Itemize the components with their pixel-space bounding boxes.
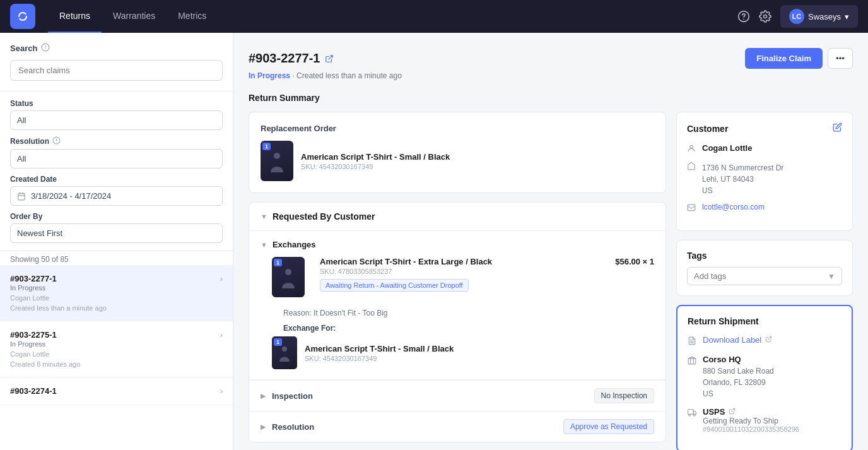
- inspection-chevron-icon: ▶: [261, 392, 266, 400]
- replacement-product-name: American Script T-Shirt - Small / Black: [301, 152, 450, 162]
- exchange-for-product-name: American Script T-Shirt - Small / Black: [305, 344, 454, 353]
- tracking-number: #940010011032200335358296: [703, 425, 842, 433]
- claim-status-badge: In Progress: [249, 71, 290, 80]
- tags-panel: Tags ▼: [676, 240, 853, 296]
- claim-item[interactable]: #903-2274-1 ›: [0, 377, 233, 405]
- nav-warranties[interactable]: Warranties: [102, 0, 167, 33]
- carrier-external-icon: [729, 407, 736, 417]
- inspection-badge: No Inspection: [594, 388, 654, 403]
- order-by-label: Order By: [10, 212, 223, 221]
- user-chevron-icon: ▾: [845, 12, 849, 21]
- warehouse-name: Corso HQ: [703, 355, 774, 364]
- status-filter-label: Status: [10, 99, 223, 108]
- svg-point-6: [274, 153, 280, 159]
- download-external-icon: [765, 335, 772, 345]
- logo: [10, 4, 35, 29]
- finalize-claim-button[interactable]: Finalize Claim: [745, 48, 823, 69]
- svg-rect-11: [688, 358, 696, 364]
- search-info-icon: [41, 43, 50, 54]
- exchange-for-thumbnail: 1: [272, 336, 297, 369]
- svg-point-7: [285, 269, 291, 275]
- order-by-select[interactable]: Newest First: [10, 223, 223, 243]
- svg-rect-12: [688, 410, 694, 415]
- chevron-right-icon: ›: [220, 386, 223, 396]
- replacement-order-label: Replacement Order: [261, 124, 654, 133]
- svg-rect-10: [688, 204, 695, 210]
- date-range-value: 3/18/2024 - 4/17/2024: [31, 191, 111, 201]
- claim-created-time: Created less than a minute ago: [296, 71, 402, 80]
- reason-text: Reason: It Doesn't Fit - Too Big: [272, 309, 643, 317]
- exchange-product-sku: SKU: 47803305853237: [320, 268, 492, 275]
- shipment-title: Return Shipment: [688, 316, 842, 326]
- customer-person-icon: [687, 144, 696, 155]
- inspection-label: Inspection: [272, 391, 594, 401]
- requested-section-header: ▼ Requested By Customer: [249, 203, 666, 231]
- resolution-row[interactable]: ▶ Resolution Approve as Requested: [249, 411, 666, 442]
- showing-count: Showing 50 of 85: [0, 251, 233, 265]
- product-thumbnail: 1: [261, 141, 293, 181]
- search-input[interactable]: [10, 60, 223, 81]
- exchange-product-name: American Script T-Shirt - Extra Large / …: [320, 257, 492, 266]
- claim-created: Created less than a minute ago: [10, 304, 107, 312]
- user-name-label: Swaseys: [808, 12, 841, 21]
- warehouse-icon: [688, 356, 696, 367]
- resolution-badge: Approve as Requested: [563, 419, 654, 434]
- return-shipment-panel: Return Shipment Download Label: [676, 305, 853, 450]
- tags-input[interactable]: [694, 271, 828, 281]
- more-actions-button[interactable]: •••: [828, 48, 853, 69]
- return-summary-title: Return Summary: [249, 93, 853, 103]
- chevron-right-icon: ›: [220, 330, 223, 340]
- replacement-product-sku: SKU: 45432030167349: [301, 163, 450, 170]
- carrier-icon: [688, 408, 696, 419]
- claim-customer: Cogan Lottle: [10, 350, 80, 358]
- main-content: #903-2277-1 Finalize Claim ••• In Progre…: [233, 33, 868, 450]
- claims-list: #903-2277-1 In Progress Cogan Lottle Cre…: [0, 265, 233, 450]
- navigation: Returns Warranties Metrics LC Swaseys ▾: [0, 0, 868, 33]
- svg-point-9: [690, 145, 693, 148]
- customer-panel: Customer Cogan Lottle: [676, 112, 853, 231]
- user-avatar: LC: [789, 9, 804, 24]
- ellipsis-icon: •••: [836, 54, 845, 63]
- inspection-row[interactable]: ▶ Inspection No Inspection: [249, 380, 666, 411]
- claim-item[interactable]: #903-2277-1 In Progress Cogan Lottle Cre…: [0, 265, 233, 321]
- nav-returns[interactable]: Returns: [48, 0, 102, 33]
- help-icon[interactable]: [737, 10, 750, 23]
- claim-customer: Cogan Lottle: [10, 294, 107, 302]
- claim-item[interactable]: #903-2275-1 In Progress Cogan Lottle Cre…: [0, 321, 233, 377]
- resolution-chevron-icon: ▶: [261, 423, 266, 431]
- claim-status: In Progress: [10, 340, 80, 348]
- nav-metrics[interactable]: Metrics: [167, 0, 218, 33]
- exchange-for-label: Exchange For:: [272, 324, 643, 333]
- customer-email-icon: [687, 203, 696, 214]
- external-link-icon[interactable]: [325, 54, 334, 63]
- tags-chevron-icon: ▼: [828, 272, 835, 281]
- sidebar: Search Status All Resolution: [0, 33, 233, 450]
- document-icon: [688, 336, 696, 347]
- svg-point-2: [743, 18, 744, 20]
- svg-rect-5: [18, 193, 25, 200]
- carrier-name: USPS: [703, 407, 725, 417]
- customer-address: 1736 N Summercrest Dr Lehi, UT 84043 US: [702, 162, 783, 196]
- svg-point-8: [282, 346, 287, 352]
- status-filter-select[interactable]: All: [10, 110, 223, 130]
- settings-icon[interactable]: [759, 10, 771, 23]
- exchange-for-product-sku: SKU: 45432030167349: [305, 355, 454, 362]
- download-label-link[interactable]: Download Label: [703, 335, 761, 345]
- tags-title: Tags: [687, 251, 842, 261]
- customer-edit-button[interactable]: [833, 122, 842, 134]
- svg-point-13: [689, 414, 691, 416]
- exchanges-section: ▼ Exchanges 1 American Scr: [249, 231, 666, 380]
- warehouse-address: 880 Sand Lake RoadOrlando, FL 32809US: [703, 365, 774, 400]
- search-label: Search: [10, 43, 223, 54]
- resolution-filter-select[interactable]: All: [10, 149, 223, 169]
- resolution-label: Resolution: [272, 422, 563, 432]
- claim-created: Created 8 minutes ago: [10, 360, 80, 368]
- customer-email: lcottle@corso.com: [702, 203, 765, 211]
- claim-id: #903-2275-1: [10, 330, 80, 340]
- resolution-info-icon: [52, 136, 61, 146]
- customer-name: Cogan Lottle: [702, 143, 752, 153]
- user-menu-button[interactable]: LC Swaseys ▾: [780, 5, 858, 28]
- requested-by-customer-card: ▼ Requested By Customer ▼ Exchanges 1: [249, 202, 666, 442]
- date-range-input[interactable]: 3/18/2024 - 4/17/2024: [10, 186, 223, 206]
- customer-address-icon: [687, 162, 696, 172]
